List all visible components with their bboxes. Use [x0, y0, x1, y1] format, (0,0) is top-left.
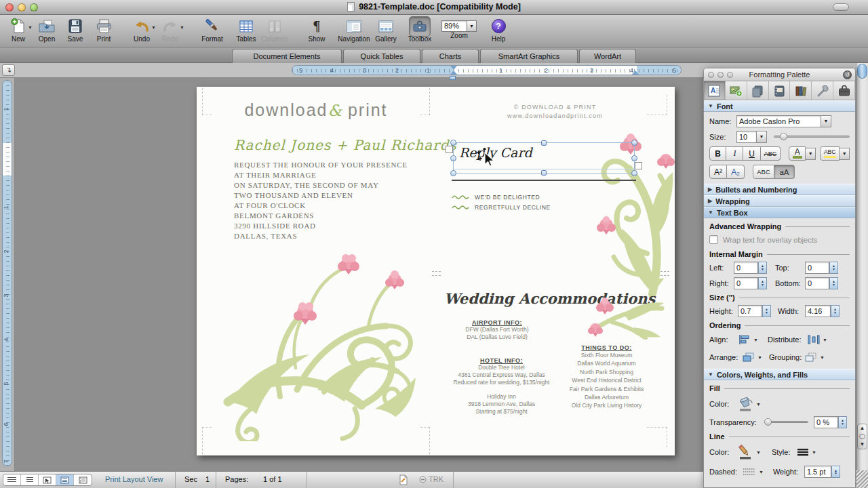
width-field[interactable]: 4.16: [805, 305, 831, 317]
document-page[interactable]: download& print Rachel Jones + Paul Rich…: [197, 87, 675, 455]
superscript-button[interactable]: A²: [709, 165, 727, 179]
outline-view-button[interactable]: [21, 474, 39, 485]
dashed-dropdown[interactable]: ▼: [759, 470, 764, 474]
right-indent-marker[interactable]: [632, 70, 639, 75]
palette-tab-object-palette[interactable]: [726, 81, 747, 100]
bold-button[interactable]: B: [709, 146, 726, 161]
gallery-button[interactable]: Gallery: [372, 17, 400, 43]
font-color-button[interactable]: A: [789, 146, 806, 161]
section-header-textbox[interactable]: ▼Text Box: [704, 207, 855, 218]
palette-tab-compatibility-report[interactable]: [812, 81, 833, 100]
transparency-slider[interactable]: [765, 421, 808, 423]
margin-bottom-stepper[interactable]: ▲▼: [829, 277, 838, 289]
resize-handle-top-center[interactable]: [541, 140, 547, 146]
tab-charts[interactable]: Charts: [422, 49, 479, 63]
resize-handle-bottom-left[interactable]: [450, 170, 456, 176]
width-stepper[interactable]: ▲▼: [831, 305, 840, 317]
palette-zoom-button[interactable]: [727, 72, 733, 78]
tables-button[interactable]: Tables: [232, 17, 260, 43]
align-dropdown[interactable]: ▼: [753, 338, 758, 342]
height-stepper[interactable]: ▲▼: [762, 305, 771, 317]
spelling-status-icon[interactable]: [399, 474, 408, 485]
save-button[interactable]: Save: [61, 17, 90, 43]
publishing-layout-view-button[interactable]: [39, 474, 56, 485]
dashed-style-icon[interactable]: [742, 467, 757, 476]
transparency-stepper[interactable]: ▲▼: [838, 416, 847, 428]
tab-document-elements[interactable]: Document Elements: [232, 49, 342, 63]
zoom-value-field[interactable]: 89%: [441, 20, 467, 32]
palette-tab-projects[interactable]: [833, 81, 855, 100]
toolbar-toggle-pill-button[interactable]: [833, 3, 849, 11]
palette-close-button[interactable]: [708, 72, 714, 78]
first-line-indent-marker[interactable]: [450, 66, 457, 70]
font-name-dropdown-button[interactable]: ▼: [821, 115, 831, 127]
textbox-anchor-square-right[interactable]: [635, 162, 642, 169]
line-style-icon[interactable]: [796, 447, 810, 457]
fill-color-dropdown[interactable]: ▼: [756, 402, 761, 407]
scroll-down-arrow[interactable]: ▼: [860, 441, 865, 449]
print-button[interactable]: Print: [90, 17, 118, 43]
resize-handle-bottom-center[interactable]: [541, 170, 547, 176]
vertical-scrollbar[interactable]: ▲ ◯ ▼: [856, 63, 868, 488]
tab-quick-tables[interactable]: Quick Tables: [343, 49, 420, 63]
font-color-dropdown[interactable]: ▼: [806, 148, 816, 160]
underline-button[interactable]: U: [743, 146, 760, 161]
highlight-button[interactable]: ABC: [820, 146, 840, 161]
line-weight-stepper[interactable]: ▲▼: [831, 466, 840, 478]
new-dropdown-caret[interactable]: ▼: [28, 25, 33, 30]
help-button[interactable]: ? Help: [484, 17, 513, 43]
section-header-colors[interactable]: ▼Colors, Weights, and Fills: [704, 369, 855, 380]
textbox-anchor-square-left[interactable]: [446, 146, 453, 153]
distribute-icon[interactable]: [807, 334, 821, 345]
font-size-combo[interactable]: 10: [736, 131, 757, 143]
scroll-up-arrow[interactable]: ▲: [860, 424, 865, 432]
window-resize-grip[interactable]: [856, 470, 868, 488]
arrange-icon[interactable]: [742, 352, 755, 363]
palette-tab-scrapbook[interactable]: [769, 81, 791, 100]
margin-bottom-field[interactable]: 0: [805, 277, 829, 289]
resize-handle-top-left[interactable]: [450, 140, 456, 146]
palette-rollup-button[interactable]: ↺: [843, 70, 852, 79]
align-icon[interactable]: [738, 334, 751, 345]
navigation-button[interactable]: Navigation: [336, 17, 372, 43]
draft-view-button[interactable]: [3, 474, 21, 485]
small-caps-button[interactable]: ABC: [753, 165, 774, 179]
height-field[interactable]: 0.7: [738, 305, 762, 317]
italic-button[interactable]: I: [726, 146, 743, 161]
resize-handle-bottom-right[interactable]: [631, 170, 637, 176]
margin-top-stepper[interactable]: ▲▼: [829, 262, 838, 274]
browse-object-ball[interactable]: ◯: [859, 432, 865, 441]
transparency-field[interactable]: 0 %: [814, 416, 838, 428]
line-color-dropdown[interactable]: ▼: [756, 450, 761, 455]
open-button[interactable]: Open: [33, 17, 61, 43]
scrollbar-thumb[interactable]: [857, 64, 867, 79]
track-changes-indicator[interactable]: TRK: [419, 475, 443, 483]
undo-dropdown-caret[interactable]: ▼: [151, 25, 156, 30]
highlight-dropdown[interactable]: ▼: [840, 148, 850, 160]
section-header-font[interactable]: ▼Font: [704, 100, 855, 112]
strikethrough-button[interactable]: ABC: [761, 146, 781, 161]
distribute-dropdown[interactable]: ▼: [823, 338, 827, 342]
format-button[interactable]: Format: [198, 17, 226, 43]
font-size-slider[interactable]: [774, 136, 850, 138]
show-button[interactable]: ¶ Show: [302, 17, 331, 43]
notebook-layout-view-button[interactable]: [74, 474, 92, 485]
undo-button[interactable]: ▼ Undo: [127, 17, 156, 43]
margin-left-stepper[interactable]: ▲▼: [758, 262, 767, 274]
tab-wordart[interactable]: WordArt: [579, 49, 636, 63]
resize-handle-middle-left[interactable]: [450, 155, 456, 161]
margin-right-stepper[interactable]: ▲▼: [758, 277, 767, 289]
palette-tab-formatting[interactable]: A: [704, 81, 726, 100]
line-weight-field[interactable]: 1.5 pt: [804, 466, 831, 478]
margin-left-field[interactable]: 0: [734, 262, 758, 274]
palette-minimize-button[interactable]: [717, 72, 724, 78]
tab-smartart-graphics[interactable]: SmartArt Graphics: [480, 49, 578, 63]
font-size-dropdown-button[interactable]: ▼: [757, 131, 767, 143]
wrap-overlay-checkbox[interactable]: [709, 235, 718, 244]
hanging-indent-marker[interactable]: [450, 70, 457, 75]
toolbox-button[interactable]: Toolbox: [406, 17, 434, 43]
resize-handle-top-right[interactable]: [631, 140, 637, 146]
palette-tab-citations[interactable]: [747, 81, 769, 100]
print-layout-view-button[interactable]: [56, 474, 74, 485]
zoom-dropdown-button[interactable]: ▼: [467, 20, 477, 32]
